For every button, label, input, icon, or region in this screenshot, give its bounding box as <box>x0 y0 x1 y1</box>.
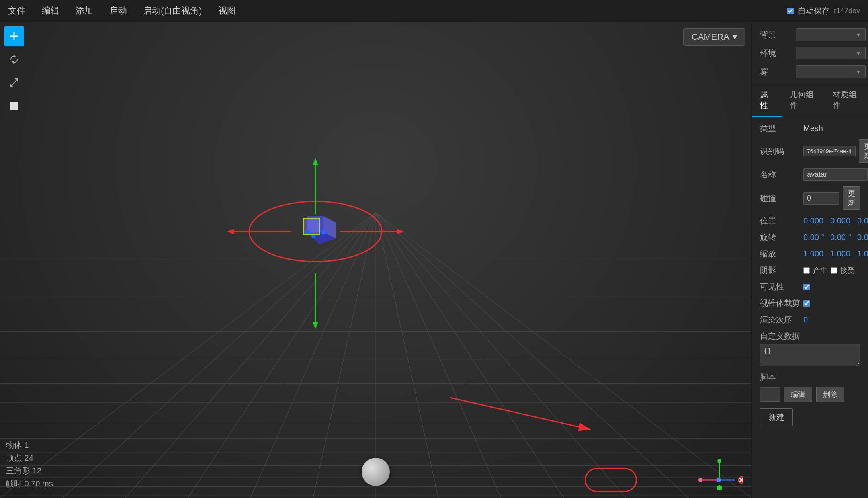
background-dropdown[interactable] <box>796 28 866 41</box>
rotation-xyz: 0.00 ° 0.00 ° 0.00 ° <box>803 233 868 242</box>
main-layout: CAMERA ▾ <box>0 22 868 498</box>
object-count: 物体 1 <box>6 439 53 451</box>
script-thumbnail <box>760 387 780 402</box>
script-section: 脚本 编辑 删除 新建 <box>760 372 860 426</box>
id-label: 识别码 <box>760 146 800 157</box>
svg-marker-36 <box>397 229 404 234</box>
custom-data-textarea[interactable]: {} <box>760 344 860 366</box>
frustum-checkbox[interactable] <box>803 300 810 307</box>
scale-y[interactable]: 1.000 <box>830 249 852 258</box>
camera-dropdown-arrow: ▾ <box>733 32 737 42</box>
custom-data-row: 自定义数据 {} <box>760 331 860 366</box>
tab-geometry[interactable]: 几何组件 <box>782 84 825 117</box>
visible-row: 可见性 <box>760 281 860 292</box>
autosave-checkbox[interactable] <box>787 8 794 14</box>
collision-input[interactable] <box>803 192 839 205</box>
svg-point-50 <box>698 478 702 482</box>
tab-properties[interactable]: 属性 <box>752 84 782 117</box>
position-x[interactable]: 0.000 <box>803 216 825 225</box>
rotation-y[interactable]: 0.00 ° <box>830 233 852 242</box>
rotation-x[interactable]: 0.00 ° <box>803 233 825 242</box>
svg-line-12 <box>376 213 501 498</box>
fog-dropdown[interactable] <box>796 65 866 78</box>
svg-point-56 <box>717 485 722 490</box>
environment-dropdown[interactable] <box>796 47 866 59</box>
position-row: 位置 0.000 0.000 0.000 <box>760 215 860 226</box>
environment-row: 环境 ▾ <box>760 47 860 59</box>
position-z[interactable]: 0.000 <box>857 216 868 225</box>
position-xyz: 0.000 0.000 0.000 <box>803 216 868 225</box>
collision-label: 碰撞 <box>760 193 800 204</box>
svg-point-45 <box>311 234 315 238</box>
collision-row: 碰撞 更新 <box>760 186 860 210</box>
scale-z[interactable]: 1.000 <box>857 249 868 258</box>
tab-material[interactable]: 材质组件 <box>825 84 868 117</box>
visible-checkbox[interactable] <box>803 284 810 290</box>
scale-row: 缩放 1.000 1.000 1.000 <box>760 248 860 259</box>
script-new-button[interactable]: 新建 <box>760 408 793 426</box>
svg-point-44 <box>321 230 326 235</box>
version-tag: r147dev <box>834 7 860 15</box>
type-value: Mesh <box>803 124 823 133</box>
add-tool-button[interactable] <box>4 26 24 46</box>
script-edit-button[interactable]: 编辑 <box>784 387 812 402</box>
sphere-button[interactable] <box>362 458 390 486</box>
menu-bar: 文件 编辑 添加 启动 启动(自由视角) 视图 自动保存 r147dev <box>0 0 868 22</box>
shadow-receive-label: 接受 <box>840 266 855 275</box>
right-panel: 背景 ▾ 环境 ▾ 雾 <box>751 22 868 498</box>
rotation-z[interactable]: 0.00 ° <box>857 233 868 242</box>
scale-label: 缩放 <box>760 248 800 259</box>
menu-run[interactable]: 启动 <box>109 5 127 17</box>
shadow-produce-checkbox[interactable] <box>803 267 810 274</box>
svg-point-53 <box>738 477 743 483</box>
name-input[interactable] <box>803 168 868 181</box>
menu-add[interactable]: 添加 <box>76 5 93 17</box>
collision-update-button[interactable]: 更新 <box>843 186 860 210</box>
id-update-button[interactable]: 更新 <box>859 139 868 163</box>
menu-view[interactable]: 视图 <box>218 5 236 17</box>
svg-line-16 <box>376 213 751 498</box>
svg-point-52 <box>716 478 721 482</box>
shadow-checkboxes: 产生 接受 <box>803 266 855 275</box>
fog-row: 雾 ▾ <box>760 65 860 78</box>
shadow-row: 阴影 产生 接受 <box>760 265 860 276</box>
svg-line-11 <box>376 213 438 498</box>
object-area[interactable] <box>291 210 340 253</box>
autosave-area: 自动保存 r147dev <box>787 6 860 16</box>
menu-run-free[interactable]: 启动(自由视角) <box>143 5 202 17</box>
vertex-count: 顶点 24 <box>6 451 53 464</box>
shadow-label: 阴影 <box>760 265 800 276</box>
menu-file[interactable]: 文件 <box>8 5 26 17</box>
scale-x[interactable]: 1.000 <box>803 249 825 258</box>
scale-xyz: 1.000 1.000 1.000 <box>803 249 868 258</box>
menu-edit[interactable]: 编辑 <box>42 5 59 17</box>
render-order-label: 渲染次序 <box>760 314 800 325</box>
shadow-receive-checkbox[interactable] <box>831 267 837 274</box>
script-delete-button[interactable]: 删除 <box>816 387 844 402</box>
3d-cube[interactable] <box>291 210 340 250</box>
properties-tab-bar: 属性 几何组件 材质组件 <box>752 84 868 117</box>
svg-line-14 <box>376 213 626 498</box>
environment-label: 环境 <box>760 48 796 59</box>
viewport[interactable]: CAMERA ▾ <box>0 22 751 498</box>
rotation-row: 旋转 0.00 ° 0.00 ° 0.00 ° <box>760 232 860 243</box>
id-input[interactable] <box>803 146 856 156</box>
scale-tool-button[interactable] <box>4 73 24 93</box>
scene-settings: 背景 ▾ 环境 ▾ 雾 <box>752 22 868 84</box>
position-y[interactable]: 0.000 <box>830 216 852 225</box>
frustum-row: 视锥体裁剪 <box>760 298 860 309</box>
axis-indicator <box>695 458 743 490</box>
name-label: 名称 <box>760 169 800 180</box>
script-item: 编辑 删除 <box>760 387 860 402</box>
rotate-tool-button[interactable] <box>4 49 24 70</box>
rotation-label: 旋转 <box>760 232 800 243</box>
camera-button[interactable]: CAMERA ▾ <box>683 28 745 46</box>
color-tool-button[interactable] <box>4 96 24 116</box>
background-row: 背景 ▾ <box>760 28 860 41</box>
svg-marker-34 <box>313 322 318 329</box>
type-label: 类型 <box>760 123 800 134</box>
svg-point-48 <box>717 459 721 463</box>
position-label: 位置 <box>760 215 800 226</box>
id-row: 识别码 更新 <box>760 139 860 163</box>
frustum-label: 视锥体裁剪 <box>760 298 800 309</box>
